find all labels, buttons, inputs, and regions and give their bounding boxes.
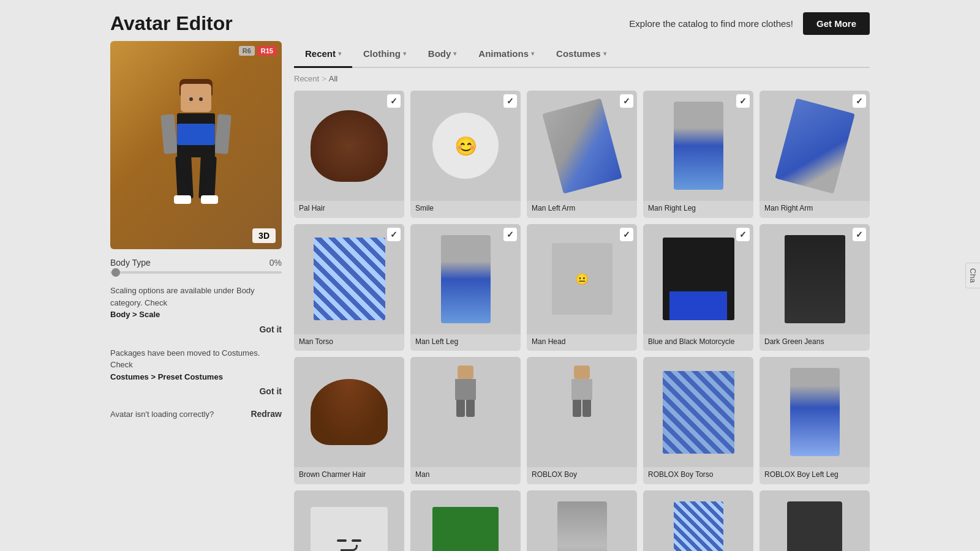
item-image bbox=[790, 368, 840, 456]
tab-clothing[interactable]: Clothing ▾ bbox=[352, 41, 417, 68]
list-item[interactable]: Brown Charmer Hair bbox=[294, 357, 404, 484]
item-check-icon: ✓ bbox=[387, 94, 401, 108]
item-thumbnail: ✓ bbox=[760, 91, 870, 201]
list-item[interactable]: 😐 ✓ Man Head bbox=[527, 224, 637, 351]
list-item[interactable]: ✓ Man Torso bbox=[294, 224, 404, 351]
list-item[interactable]: ROBLOX Boy Left Leg bbox=[760, 357, 870, 484]
item-label: ROBLOX Boy Left Leg bbox=[760, 467, 870, 484]
list-item[interactable] bbox=[410, 490, 521, 551]
badge-r6[interactable]: R6 bbox=[239, 46, 255, 56]
avatar-right-shoe bbox=[201, 195, 218, 204]
item-label: Man Head bbox=[527, 334, 637, 351]
figure-legs bbox=[573, 400, 591, 417]
list-item[interactable] bbox=[643, 490, 753, 551]
list-item[interactable]: ✓ Dark Green Jeans bbox=[760, 224, 870, 351]
avatar-3d-button[interactable]: 3D bbox=[252, 228, 276, 243]
item-label: Dark Green Jeans bbox=[760, 334, 870, 351]
item-label: Blue and Black Motorcycle bbox=[643, 334, 753, 351]
slider-thumb bbox=[111, 268, 120, 277]
list-item[interactable] bbox=[527, 490, 637, 551]
list-item[interactable]: ROBLOX Boy bbox=[527, 357, 637, 484]
item-check-icon: ✓ bbox=[387, 228, 401, 241]
loading-text: Avatar isn't loading correctly? bbox=[110, 410, 214, 419]
figure-leg bbox=[456, 400, 465, 417]
chevron-down-icon: ▾ bbox=[603, 50, 606, 57]
figure-head bbox=[574, 365, 590, 379]
left-panel: R6 R15 bbox=[110, 41, 282, 419]
avatar-right-leg bbox=[198, 156, 217, 199]
list-item[interactable]: ✓ Man Left Leg bbox=[410, 224, 521, 351]
item-thumbnail bbox=[527, 357, 637, 467]
avatar-face bbox=[186, 96, 206, 107]
chevron-down-icon: ▾ bbox=[403, 50, 406, 57]
item-thumbnail bbox=[760, 490, 870, 551]
item-thumbnail bbox=[294, 357, 404, 467]
page-title: Avatar Editor bbox=[110, 12, 233, 35]
badge-r15[interactable]: R15 bbox=[257, 46, 277, 56]
item-thumbnail: ✓ bbox=[760, 224, 870, 334]
item-image: 😊 bbox=[432, 113, 499, 179]
tab-recent[interactable]: Recent ▾ bbox=[294, 41, 352, 68]
avatar-right-arm bbox=[214, 114, 231, 154]
item-check-icon: ✓ bbox=[736, 94, 750, 108]
avatar-figure bbox=[159, 84, 233, 219]
item-image bbox=[441, 235, 491, 323]
list-item[interactable]: ✓ Man Left Arm bbox=[527, 91, 637, 218]
scaling-link[interactable]: Body > Scale bbox=[110, 310, 160, 319]
item-label: Man Right Leg bbox=[643, 201, 753, 218]
chevron-down-icon: ▾ bbox=[338, 50, 341, 57]
chevron-down-icon: ▾ bbox=[531, 50, 534, 57]
item-image bbox=[557, 365, 607, 459]
item-thumbnail: ✓ bbox=[527, 91, 637, 201]
item-thumbnail bbox=[643, 357, 753, 467]
avatar-left-arm bbox=[160, 114, 177, 154]
item-thumbnail bbox=[527, 490, 637, 551]
right-panel: Recent ▾ Clothing ▾ Body ▾ Animations ▾ … bbox=[294, 41, 870, 551]
chat-widget[interactable]: Cha bbox=[965, 263, 980, 288]
packages-text: Packages have been moved to Costumes. Ch… bbox=[110, 348, 260, 370]
item-check-icon: ✓ bbox=[503, 94, 517, 108]
list-item[interactable]: ✓ Man Right Arm bbox=[760, 91, 870, 218]
got-it-packages[interactable]: Got it bbox=[110, 385, 282, 398]
avatar-head bbox=[181, 84, 211, 112]
item-image bbox=[775, 98, 855, 193]
list-item[interactable]: ROBLOX Boy Torso bbox=[643, 357, 753, 484]
item-label: Man Right Arm bbox=[760, 201, 870, 218]
tab-animations[interactable]: Animations ▾ bbox=[467, 41, 545, 68]
list-item[interactable]: ✓ Blue and Black Motorcycle bbox=[643, 224, 753, 351]
breadcrumb-separator: > bbox=[322, 74, 326, 83]
item-thumbnail bbox=[760, 357, 870, 467]
eyebrow bbox=[337, 539, 347, 542]
item-image bbox=[663, 238, 734, 320]
got-it-scaling[interactable]: Got it bbox=[110, 323, 282, 336]
list-item[interactable]: 😊 ✓ Smile bbox=[410, 91, 521, 218]
item-image bbox=[674, 102, 723, 190]
list-item[interactable]: Man bbox=[410, 357, 521, 484]
avatar-eye-left bbox=[189, 97, 193, 101]
item-check-icon: ✓ bbox=[503, 228, 517, 241]
item-thumbnail: ✓ bbox=[410, 224, 521, 334]
list-item[interactable] bbox=[294, 490, 404, 551]
avatar-torso-shirt bbox=[177, 124, 215, 145]
body-type-slider[interactable] bbox=[110, 271, 282, 274]
avatar-eye-right bbox=[199, 97, 203, 101]
list-item[interactable]: ✓ Pal Hair bbox=[294, 91, 404, 218]
tabs-row: Recent ▾ Clothing ▾ Body ▾ Animations ▾ … bbox=[294, 41, 870, 68]
item-image bbox=[314, 238, 385, 320]
list-item[interactable]: ✓ Man Right Leg bbox=[643, 91, 753, 218]
item-check-icon: ✓ bbox=[620, 228, 633, 241]
tab-costumes[interactable]: Costumes ▾ bbox=[545, 41, 617, 68]
packages-link[interactable]: Costumes > Preset Costumes bbox=[110, 372, 223, 381]
figure-leg bbox=[466, 400, 475, 417]
get-more-button[interactable]: Get More bbox=[803, 12, 870, 35]
body-type-row: Body Type 0% bbox=[110, 258, 282, 268]
tab-body[interactable]: Body ▾ bbox=[417, 41, 468, 68]
list-item[interactable] bbox=[760, 490, 870, 551]
items-grid: ✓ Pal Hair 😊 ✓ Smile ✓ Man bbox=[294, 91, 870, 551]
item-label: Man Left Arm bbox=[527, 201, 637, 218]
item-check-icon: ✓ bbox=[853, 94, 866, 108]
redraw-button[interactable]: Redraw bbox=[251, 409, 282, 419]
figure-leg bbox=[582, 400, 591, 417]
item-label: Pal Hair bbox=[294, 201, 404, 218]
avatar-left-leg bbox=[175, 156, 194, 199]
